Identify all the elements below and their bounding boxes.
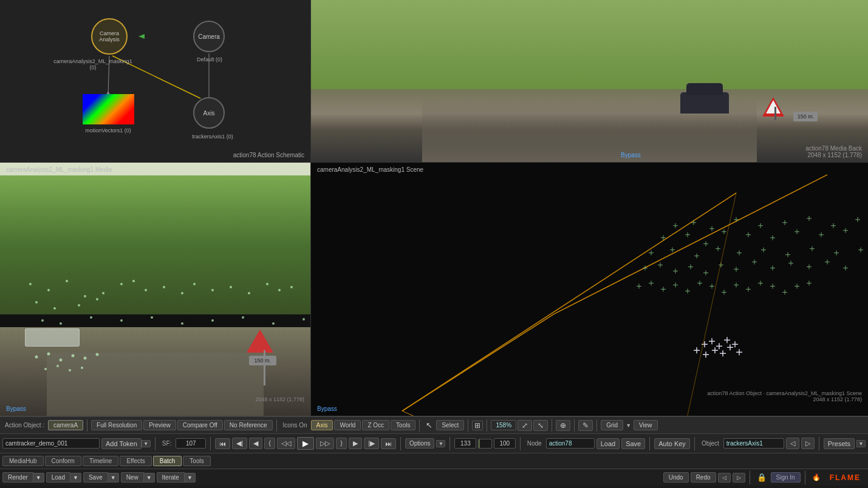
svg-line-48 [554, 175, 827, 314]
tab-batch[interactable]: Batch [153, 456, 182, 466]
select-btn[interactable]: Select [436, 420, 464, 430]
node-camera[interactable]: Camera [193, 21, 225, 52]
add-token-arrow[interactable]: ▼ [142, 440, 151, 447]
play-btn[interactable]: ▶ [297, 437, 314, 450]
svg-line-190 [402, 411, 663, 416]
lock-icon: 🔒 [754, 473, 769, 482]
obj-prev-btn[interactable]: ◁ [786, 438, 799, 449]
compare-off-btn[interactable]: Compare Off [177, 420, 223, 430]
flame-sep [805, 471, 805, 484]
bottom-nav-row: MediaHub Conform Timeline Effects Batch … [0, 453, 868, 469]
expand-icon-btn[interactable]: ⤡ [533, 420, 548, 431]
node-camera-analysis-label: Camera Analysis [99, 30, 120, 42]
object-input[interactable] [723, 438, 784, 449]
grid-dropdown-arrow[interactable]: ▼ [624, 422, 632, 429]
options-arrow[interactable]: ▼ [436, 440, 445, 447]
fit-icon-btn[interactable]: ⤢ [518, 420, 532, 431]
next-step-btn[interactable]: ⟩ [336, 438, 347, 449]
last-frame-btn[interactable]: ⏭ [381, 438, 396, 449]
schematic-svg [0, 0, 310, 162]
tab-effects[interactable]: Effects [120, 456, 151, 466]
view-btn[interactable]: View [634, 420, 658, 430]
redo-btn[interactable]: Redo [691, 472, 716, 483]
transport-sep-2 [210, 437, 211, 450]
prev-step-btn[interactable]: ⟨ [264, 438, 275, 449]
render-btn[interactable]: Render [2, 472, 33, 483]
world-btn[interactable]: World [334, 420, 361, 430]
tab-tools[interactable]: Tools [183, 456, 210, 466]
svg-point-26 [41, 319, 44, 322]
new-btn[interactable]: New [121, 472, 144, 483]
file-name-input[interactable] [2, 438, 100, 449]
transport-sep-3 [400, 437, 401, 450]
load-render-btn[interactable]: Load [46, 472, 70, 483]
axis-btn[interactable]: Axis [311, 420, 333, 430]
bypass-media[interactable]: Bypass [6, 405, 26, 412]
sf-value: 107 [176, 438, 206, 449]
presets-btn[interactable]: Presets [824, 438, 855, 449]
grid-btn[interactable]: Grid [601, 420, 623, 430]
sign-post [774, 107, 776, 120]
next-clip-btn[interactable]: |▶ [364, 438, 379, 449]
node-camera-label: Camera [198, 33, 220, 40]
prev-clip-btn[interactable]: ◀| [232, 438, 247, 449]
node-axis-label: Axis [203, 110, 215, 117]
prev-frame-btn[interactable]: ◀ [249, 438, 262, 449]
step-back-btn[interactable]: ◁◁ [277, 438, 295, 449]
motion-vectors-label: motionVectors1 (0) [72, 127, 145, 134]
save-arrow[interactable]: ▼ [108, 473, 119, 483]
options-btn[interactable]: Options [405, 438, 434, 449]
bypass-back[interactable]: Bypass [621, 152, 641, 158]
obj-next-btn[interactable]: ▷ [801, 438, 815, 449]
tab-mediahub[interactable]: MediaHub [2, 456, 44, 466]
undo-back-btn[interactable]: ◁ [718, 473, 731, 483]
svg-point-30 [151, 316, 153, 319]
schematic-panel: Camera Analysis cameraAnalysis2_ML_maski… [0, 0, 311, 163]
axis-sublabel: trackersAxis1 (0) [179, 134, 246, 140]
toolbar-sep-2 [276, 419, 277, 432]
media-road-sign [247, 330, 273, 353]
preview-btn[interactable]: Preview [143, 420, 176, 430]
edit-icon-btn[interactable]: ✎ [578, 420, 593, 431]
transport-sep-4 [449, 437, 450, 450]
node-camera-analysis[interactable]: Camera Analysis [91, 18, 128, 55]
tools-btn[interactable]: Tools [391, 420, 415, 430]
auto-key-btn[interactable]: Auto Key [654, 438, 690, 449]
new-arrow[interactable]: ▼ [144, 473, 155, 483]
node-axis[interactable]: Axis [193, 97, 225, 129]
transport-sep-8 [819, 437, 819, 450]
timeline-bar[interactable] [478, 439, 491, 449]
tab-timeline[interactable]: Timeline [83, 456, 118, 466]
load-arrow[interactable]: ▼ [70, 473, 81, 483]
schematic-label: action78 Action Schematic [233, 152, 304, 158]
node-input[interactable] [546, 438, 595, 449]
transport-sep-5 [520, 437, 521, 450]
redo-fwd-btn[interactable]: ▷ [733, 473, 745, 483]
no-reference-btn[interactable]: No Reference [224, 420, 273, 430]
grid-icon: ⊞ [472, 421, 483, 430]
add-icon-btn[interactable]: ⊕ [556, 420, 570, 431]
media-panel-label: cameraAnalysis2_ML_masking1 Media [6, 166, 112, 173]
step-fwd-btn[interactable]: ▷▷ [316, 438, 334, 449]
add-token-btn[interactable]: Add Token [101, 438, 142, 449]
iterate-arrow[interactable]: ▼ [185, 473, 196, 483]
undo-btn[interactable]: Undo [663, 472, 689, 483]
tab-conform[interactable]: Conform [45, 456, 81, 466]
render-dropdown: Render ▼ [2, 472, 44, 483]
svg-point-27 [60, 322, 62, 325]
first-frame-btn[interactable]: ⏮ [215, 438, 230, 449]
render-sep [750, 471, 750, 484]
full-resolution-btn[interactable]: Full Resolution [91, 420, 142, 430]
action-object-value-btn[interactable]: cameraA [48, 420, 83, 430]
save-node-btn[interactable]: Save [621, 438, 645, 449]
render-arrow[interactable]: ▼ [33, 473, 44, 483]
iterate-btn[interactable]: Iterate [157, 472, 185, 483]
next-frame-btn[interactable]: ▶ [349, 438, 362, 449]
scene-panel: cameraAnalysis2_ML_masking1 Scene [311, 163, 868, 416]
bypass-scene[interactable]: Bypass [317, 405, 337, 412]
save-render-btn[interactable]: Save [83, 472, 108, 483]
presets-arrow[interactable]: ▼ [856, 440, 866, 447]
z-occ-btn[interactable]: Z Occ [362, 420, 389, 430]
sign-in-btn[interactable]: Sign In [771, 472, 801, 483]
load-btn[interactable]: Load [596, 438, 620, 449]
